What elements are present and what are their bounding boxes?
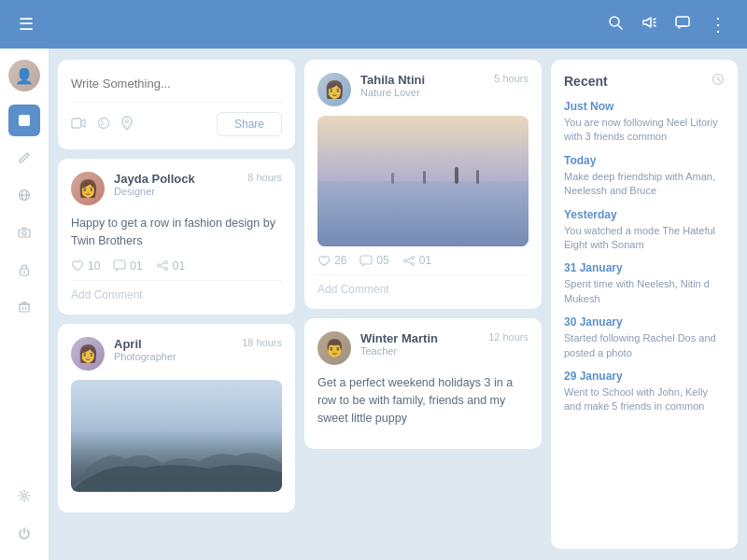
recent-card: Recent Just Now You are now following Ne… bbox=[551, 60, 738, 549]
svg-point-27 bbox=[164, 268, 167, 271]
sidebar-item-globe[interactable] bbox=[8, 179, 40, 211]
post-jayda: 👩 Jayda Pollock Designer 8 hours Happy t… bbox=[58, 159, 295, 315]
share-stat-tahila[interactable]: 01 bbox=[402, 254, 431, 267]
sidebar-item-edit[interactable] bbox=[8, 142, 40, 174]
svg-point-25 bbox=[164, 261, 167, 264]
recent-time-0: Just Now bbox=[564, 100, 725, 113]
recent-section-0: Just Now You are now following Neel Lito… bbox=[564, 100, 725, 145]
avatar-tahila: 👩 bbox=[317, 73, 351, 106]
post-role-tahila: Nature Lover bbox=[360, 87, 494, 98]
clock-icon[interactable] bbox=[712, 73, 725, 89]
post-header-winter: 👨 Winter Martin Teacher 12 hours bbox=[317, 331, 529, 365]
location-icon[interactable] bbox=[121, 116, 133, 133]
like-stat-tahila[interactable]: 26 bbox=[317, 254, 346, 267]
sidebar-item-trash[interactable] bbox=[8, 291, 40, 323]
svg-line-1 bbox=[618, 25, 622, 29]
write-card: Share bbox=[58, 60, 295, 149]
recent-text-3: Spent time with Neelesh, Nitin d Mukesh bbox=[564, 277, 725, 306]
comment-stat-tahila[interactable]: 05 bbox=[359, 254, 388, 267]
post-role: Designer bbox=[114, 186, 247, 197]
post-name-tahila: Tahila Ntini bbox=[360, 73, 494, 87]
sidebar-item-lock[interactable] bbox=[8, 254, 40, 286]
svg-point-23 bbox=[126, 119, 129, 122]
recent-text-2: You watched a mode The Hateful Eight wit… bbox=[564, 224, 725, 253]
comment-count-tahila: 05 bbox=[376, 254, 388, 267]
post-header: 👩 Jayda Pollock Designer 8 hours bbox=[71, 172, 282, 205]
comment-count: 01 bbox=[130, 259, 142, 273]
svg-rect-24 bbox=[114, 260, 125, 269]
post-header-tahila: 👩 Tahila Ntini Nature Lover 5 hours bbox=[317, 73, 529, 106]
video-icon[interactable] bbox=[71, 117, 86, 133]
svg-point-11 bbox=[22, 231, 26, 235]
write-actions: Share bbox=[71, 102, 282, 136]
svg-line-38 bbox=[718, 79, 721, 81]
share-stat[interactable]: 01 bbox=[156, 259, 185, 273]
recent-time-3: 31 January bbox=[564, 261, 725, 274]
header-right: ⋮ bbox=[608, 13, 728, 35]
hamburger-icon[interactable]: ☰ bbox=[19, 14, 34, 35]
recent-time-1: Today bbox=[564, 154, 725, 167]
content-area: Share 👩 Jayda Pollock Designer 8 hours H… bbox=[49, 49, 747, 560]
post-meta-april: April Photographer bbox=[114, 337, 242, 362]
sidebar: 👤 bbox=[0, 49, 49, 560]
add-comment-tahila[interactable]: Add Comment bbox=[317, 274, 529, 296]
share-count: 01 bbox=[173, 259, 185, 273]
post-meta: Jayda Pollock Designer bbox=[114, 172, 247, 197]
write-input[interactable] bbox=[71, 73, 282, 102]
post-april: 👩 April Photographer 18 hours bbox=[58, 324, 295, 512]
recent-header: Recent bbox=[564, 73, 725, 89]
svg-point-26 bbox=[157, 264, 160, 267]
post-time-april: 18 hours bbox=[242, 337, 282, 348]
avatar-winter: 👨 bbox=[317, 331, 351, 365]
svg-point-13 bbox=[23, 272, 25, 273]
post-role-winter: Teacher bbox=[360, 345, 488, 357]
post-image-april bbox=[71, 380, 282, 492]
post-content: Happy to get a row in fashion design by … bbox=[71, 215, 282, 250]
sidebar-item-camera[interactable] bbox=[8, 217, 40, 248]
svg-line-29 bbox=[160, 267, 164, 269]
svg-rect-10 bbox=[19, 230, 30, 237]
avatar[interactable]: 👤 bbox=[8, 60, 40, 91]
recent-section-3: 31 January Spent time with Neelesh, Niti… bbox=[564, 261, 725, 306]
post-content-winter: Get a perfect weekend holidays 3 in a ro… bbox=[317, 374, 529, 427]
recent-text-4: Started following Rachel Dos and posted … bbox=[564, 331, 725, 360]
sidebar-item-home[interactable] bbox=[8, 105, 40, 136]
svg-point-33 bbox=[411, 262, 414, 265]
recent-text-5: Went to School with John, Kelly and make… bbox=[564, 385, 725, 414]
post-stats-tahila: 26 05 bbox=[317, 254, 529, 267]
tag-icon[interactable] bbox=[97, 117, 110, 133]
post-image-tahila bbox=[317, 116, 529, 246]
comment-stat[interactable]: 01 bbox=[113, 259, 142, 273]
more-icon[interactable]: ⋮ bbox=[709, 13, 728, 35]
recent-time-2: Yesterday bbox=[564, 208, 725, 221]
avatar-jayda: 👩 bbox=[71, 172, 105, 205]
megaphone-icon[interactable] bbox=[641, 15, 656, 34]
like-count-tahila: 26 bbox=[334, 254, 346, 267]
post-winter: 👨 Winter Martin Teacher 12 hours Get a p… bbox=[304, 318, 542, 449]
sidebar-item-settings[interactable] bbox=[8, 480, 40, 511]
post-meta-winter: Winter Martin Teacher bbox=[360, 331, 488, 357]
recent-section-5: 29 January Went to School with John, Kel… bbox=[564, 370, 725, 414]
svg-line-28 bbox=[160, 263, 164, 265]
svg-point-19 bbox=[22, 494, 26, 497]
svg-point-21 bbox=[99, 118, 109, 128]
add-comment[interactable]: Add Comment bbox=[71, 280, 282, 301]
svg-rect-6 bbox=[19, 115, 30, 126]
chat-icon[interactable] bbox=[675, 15, 690, 34]
post-name-winter: Winter Martin bbox=[360, 331, 488, 345]
share-button[interactable]: Share bbox=[217, 112, 282, 136]
search-icon[interactable] bbox=[608, 15, 623, 34]
svg-line-2 bbox=[654, 19, 655, 20]
recent-time-4: 30 January bbox=[564, 315, 725, 329]
post-time-winter: 12 hours bbox=[488, 331, 529, 343]
post-header-april: 👩 April Photographer 18 hours bbox=[71, 337, 282, 371]
post-time: 8 hours bbox=[247, 172, 282, 183]
recent-section-1: Today Make deep friendship with Aman, Ne… bbox=[564, 154, 725, 199]
post-name-april: April bbox=[114, 337, 242, 351]
svg-point-22 bbox=[101, 120, 103, 122]
sidebar-item-power[interactable] bbox=[8, 517, 40, 549]
svg-rect-20 bbox=[72, 119, 81, 128]
svg-line-35 bbox=[406, 261, 411, 263]
like-stat[interactable]: 10 bbox=[71, 259, 100, 273]
share-count-tahila: 01 bbox=[419, 254, 431, 267]
